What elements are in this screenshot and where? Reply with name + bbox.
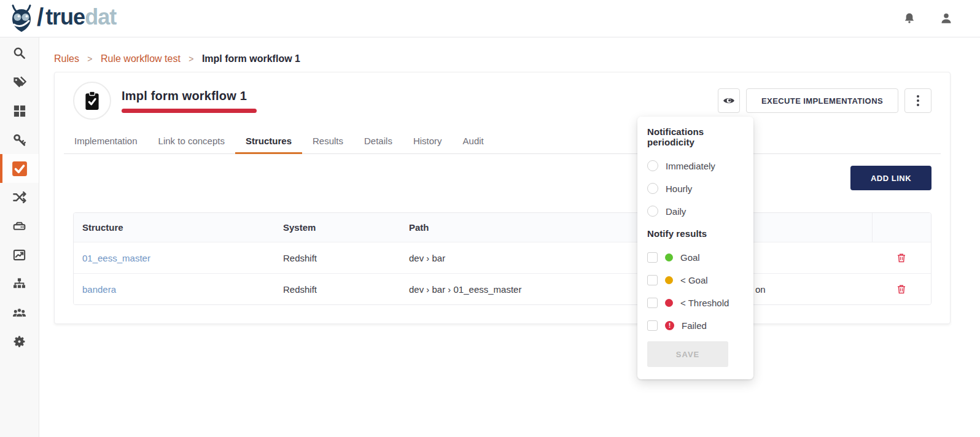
result-status-bar — [122, 109, 257, 113]
breadcrumb-separator: > — [87, 54, 92, 64]
page-title: Impl form workflow 1 — [122, 89, 257, 103]
delete-link-trash-icon[interactable] — [896, 284, 907, 295]
table-row: 01_eess_master Redshift dev › bar — [74, 242, 931, 273]
notify-results-title: Notify results — [647, 228, 744, 239]
checkbox-option-goal[interactable]: Goal — [647, 252, 744, 263]
sidebar-item-permissions[interactable] — [0, 125, 39, 154]
chart-icon — [12, 248, 26, 262]
system-cell: Redshift — [274, 243, 400, 273]
tab-label: Link to concepts — [158, 136, 225, 146]
tab-results[interactable]: Results — [302, 130, 354, 153]
checkbox-icon[interactable] — [647, 252, 658, 263]
column-header-structure: Structure — [74, 213, 274, 242]
brand-wordmark: truedat — [45, 6, 116, 28]
checkbox-icon[interactable] — [647, 275, 658, 285]
structure-link[interactable]: bandera — [82, 284, 116, 295]
sidebar-item-search[interactable] — [0, 39, 39, 68]
sidebar-item-lineage[interactable] — [0, 183, 39, 212]
column-header-actions — [872, 213, 931, 242]
title-block: Impl form workflow 1 — [122, 89, 257, 113]
checkbox-option-below-goal[interactable]: < Goal — [647, 274, 744, 285]
gear-icon — [12, 335, 26, 349]
column-header-system: System — [274, 213, 400, 242]
add-link-button[interactable]: ADD LINK — [850, 166, 931, 190]
tab-audit[interactable]: Audit — [453, 130, 494, 153]
implementation-card: Impl form workflow 1 EXECUTE IMPLEMENTAT… — [54, 72, 951, 324]
tab-label: Audit — [463, 136, 484, 146]
eye-icon — [723, 96, 735, 105]
tab-history[interactable]: History — [403, 130, 453, 153]
brand-logo[interactable]: / truedat — [9, 4, 116, 33]
delete-link-trash-icon[interactable] — [896, 252, 907, 263]
structure-cell: 01_eess_master — [74, 243, 274, 273]
user-profile-icon[interactable] — [939, 12, 953, 25]
tab-structures[interactable]: Structures — [235, 130, 302, 153]
execute-implementations-button[interactable]: EXECUTE IMPLEMENTATIONS — [746, 88, 898, 113]
tab-implementation[interactable]: Implementation — [64, 130, 148, 153]
radio-label: Daily — [666, 206, 686, 217]
more-options-kebab-button[interactable] — [904, 88, 931, 113]
drive-icon — [12, 219, 26, 233]
dashboard-grid-icon — [12, 104, 26, 118]
checkbox-option-below-threshold[interactable]: < Threshold — [647, 297, 744, 308]
checkbox-icon[interactable] — [647, 320, 658, 331]
radio-label: Hourly — [666, 184, 692, 194]
breadcrumb-link-rules[interactable]: Rules — [54, 53, 79, 64]
radio-icon[interactable] — [647, 183, 658, 194]
checkbox-label: < Goal — [680, 275, 708, 285]
breadcrumb: Rules > Rule workflow test > Impl form w… — [39, 37, 980, 64]
tab-label: Results — [313, 136, 343, 146]
sitemap-icon — [12, 277, 26, 291]
failed-alert-icon — [665, 321, 674, 330]
preview-eye-button[interactable] — [718, 88, 740, 113]
structure-link[interactable]: 01_eess_master — [82, 253, 150, 263]
breadcrumb-link-rule-workflow-test[interactable]: Rule workflow test — [101, 53, 181, 64]
topbar-actions — [903, 12, 962, 25]
table-row: bandera Redshift dev › bar › 01_eess_mas… — [74, 273, 931, 304]
radio-label: Immediately — [666, 161, 715, 171]
sidebar-item-tags[interactable] — [0, 68, 39, 96]
sidebar-item-settings[interactable] — [0, 327, 39, 356]
save-button[interactable]: SAVE — [647, 341, 728, 367]
header-actions: EXECUTE IMPLEMENTATIONS — [718, 88, 931, 113]
tab-link-to-concepts[interactable]: Link to concepts — [148, 130, 235, 153]
main-content: Rules > Rule workflow test > Impl form w… — [39, 37, 980, 437]
sidebar-item-dashboard[interactable] — [0, 96, 39, 125]
notifications-bell-icon[interactable] — [903, 12, 916, 25]
radio-icon[interactable] — [647, 160, 658, 171]
radio-option-immediately[interactable]: Immediately — [647, 160, 744, 171]
sidebar-item-quality-active[interactable] — [0, 154, 39, 183]
actions-cell — [872, 242, 931, 273]
shuffle-icon — [12, 190, 26, 204]
breadcrumb-current: Impl form workflow 1 — [202, 53, 300, 64]
sidebar-item-systems[interactable] — [0, 212, 39, 241]
checkbox-label: < Threshold — [680, 298, 729, 308]
tags-icon — [12, 75, 26, 89]
sidebar-nav — [0, 37, 39, 437]
brand-slash: / — [37, 5, 44, 29]
sidebar-item-charts[interactable] — [0, 241, 39, 269]
radio-option-daily[interactable]: Daily — [647, 206, 744, 217]
tab-label: Structures — [246, 136, 292, 146]
clipboard-check-icon — [82, 90, 102, 111]
checkbox-label: Failed — [682, 320, 707, 331]
radio-option-hourly[interactable]: Hourly — [647, 183, 744, 194]
sidebar-item-users[interactable] — [0, 298, 39, 327]
search-icon — [12, 46, 26, 60]
structures-toolbar: ADD LINK — [73, 166, 931, 190]
structures-table: Structure System Path 01_eess_master Red… — [73, 212, 931, 305]
below-threshold-status-dot-icon — [665, 299, 673, 307]
table-header-row: Structure System Path — [74, 213, 931, 242]
check-square-icon — [12, 161, 28, 177]
sidebar-item-hierarchy[interactable] — [0, 269, 39, 298]
checkbox-option-failed[interactable]: Failed — [647, 320, 744, 331]
system-cell: Redshift — [274, 274, 400, 304]
tab-label: Implementation — [74, 136, 138, 146]
tab-details[interactable]: Details — [354, 130, 403, 153]
periodicity-title: Notifications periodicity — [647, 126, 744, 147]
radio-icon[interactable] — [647, 206, 658, 217]
checkbox-icon[interactable] — [647, 298, 658, 308]
goal-status-dot-icon — [665, 253, 673, 261]
tab-label: History — [413, 136, 442, 146]
checkbox-label: Goal — [680, 252, 700, 263]
